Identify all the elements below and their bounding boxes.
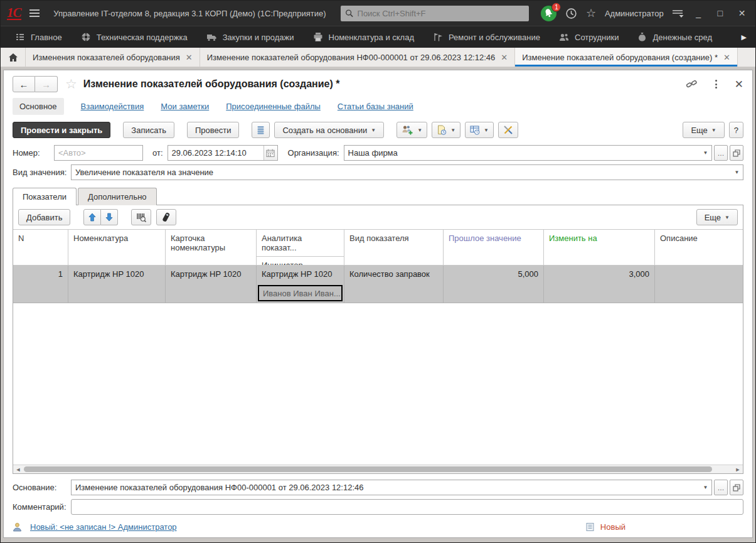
tab-close-icon[interactable]: ✕ (186, 53, 193, 62)
minimize-button[interactable]: _ (691, 5, 706, 21)
col-n[interactable]: N (13, 230, 68, 265)
tools-button[interactable] (498, 122, 518, 138)
cell-analytics-initiator[interactable]: Картридж HP 1020 Иванов Иван Иван... (257, 266, 344, 303)
forward-button[interactable]: → (35, 76, 58, 92)
close-form-icon[interactable]: ✕ (735, 78, 743, 91)
form-toolbar: Провести и закрыть Записать Провести Соз… (4, 121, 752, 143)
global-search[interactable] (341, 6, 529, 21)
nav-attached-files[interactable]: Присоединенные файлы (226, 102, 321, 111)
maximize-button[interactable]: □ (713, 5, 727, 21)
table-more-button[interactable]: Еще ▼ (696, 209, 738, 225)
scroll-right-icon[interactable]: ► (733, 466, 743, 473)
back-button[interactable]: ← (13, 76, 35, 92)
nav-my-notes[interactable]: Мои заметки (161, 102, 209, 111)
service-menu-icon[interactable] (671, 5, 684, 21)
favorite-star-icon[interactable]: ☆ (65, 77, 77, 92)
section-employees[interactable]: Сотрудники (550, 26, 628, 48)
document-tasks-button[interactable]: ▼ (432, 122, 461, 138)
comment-label: Комментарий: (13, 502, 71, 512)
cell-card[interactable]: Картридж HP 1020 (166, 266, 257, 303)
search-input[interactable] (358, 9, 525, 18)
section-money[interactable]: Денежные сред (628, 26, 721, 48)
notifications-button[interactable]: 1 (540, 5, 557, 22)
table-row[interactable]: 1 Картридж HP 1020 Картридж HP 1020 Карт… (13, 266, 743, 303)
nav-kb-articles[interactable]: Статьи базы знаний (338, 102, 413, 111)
save-button[interactable]: Записать (123, 122, 174, 138)
col-indicator-kind[interactable]: Вид показателя (344, 230, 444, 265)
cell-nomenclature[interactable]: Картридж HP 1020 (68, 266, 166, 303)
tab-close-icon[interactable]: ✕ (723, 53, 730, 62)
basis-open-button[interactable] (730, 480, 743, 495)
section-repair-service[interactable]: Ремонт и обслуживание (423, 26, 550, 48)
move-down-button[interactable] (101, 209, 118, 225)
tab-close-icon[interactable]: ✕ (501, 53, 508, 62)
assign-responsible-button[interactable]: ▼ (397, 122, 427, 138)
dropdown-icon[interactable]: ▼ (731, 169, 743, 175)
link-icon[interactable] (686, 78, 698, 90)
more-actions-icon[interactable] (715, 80, 717, 89)
cell-change-to[interactable]: 3,000 (544, 266, 655, 303)
tab-indicators[interactable]: Показатели (13, 188, 77, 205)
tab-document-new[interactable]: Изменение показателей оборудования (созд… (515, 48, 738, 67)
value-kind-input[interactable] (72, 168, 731, 177)
reports-button[interactable]: ▼ (465, 122, 494, 138)
basis-input[interactable] (72, 483, 700, 492)
tab-document-list[interactable]: Изменения показателей оборудования ✕ (26, 48, 200, 67)
cell-n[interactable]: 1 (13, 266, 68, 303)
main-menu-icon[interactable] (29, 5, 41, 21)
dropdown-icon[interactable]: ▼ (700, 485, 711, 490)
cell-description[interactable] (655, 266, 743, 303)
horizontal-scrollbar[interactable]: ◄ ► (13, 465, 743, 473)
number-input[interactable] (55, 148, 142, 158)
dropdown-icon[interactable]: ▼ (700, 150, 711, 156)
organization-input[interactable] (344, 148, 700, 158)
basis-choose-button[interactable]: … (714, 480, 728, 495)
cell-indicator-kind[interactable]: Количество заправок (344, 266, 444, 303)
scrollbar-track[interactable] (23, 465, 733, 473)
document-state-link[interactable]: Новый: <не записан !> Администратор (30, 522, 177, 532)
col-change-to[interactable]: Изменить на (544, 230, 655, 265)
sections-overflow-arrow[interactable]: ▶ (738, 33, 750, 41)
organization-choose-button[interactable]: … (714, 145, 728, 161)
calendar-button[interactable] (264, 146, 277, 160)
comment-input[interactable] (72, 502, 743, 512)
nav-main[interactable]: Основное (13, 98, 64, 115)
col-card[interactable]: Карточка номенклатуры (166, 230, 257, 265)
help-button[interactable]: ? (729, 122, 743, 138)
home-tab[interactable] (1, 48, 26, 67)
notification-badge: 1 (551, 3, 561, 12)
create-based-on-button[interactable]: Создать на основании ▼ (274, 122, 384, 138)
date-input[interactable] (168, 148, 264, 158)
document-movements-button[interactable] (252, 122, 270, 138)
close-window-button[interactable]: ✕ (735, 5, 749, 21)
col-initiator[interactable]: Инициатор измене... (257, 257, 344, 265)
scroll-left-icon[interactable]: ◄ (13, 466, 23, 473)
cell-analytics[interactable]: Картридж HP 1020 (257, 266, 344, 284)
barcode-search-button[interactable] (131, 209, 151, 225)
tab-additional[interactable]: Дополнительно (78, 188, 157, 205)
nav-interactions[interactable]: Взаимодействия (81, 102, 144, 111)
tab-document-saved[interactable]: Изменение показателей оборудования НФ00-… (200, 48, 515, 67)
post-and-close-button[interactable]: Провести и закрыть (13, 122, 110, 138)
more-button[interactable]: Еще ▼ (683, 122, 724, 138)
history-icon[interactable] (565, 5, 577, 21)
post-button[interactable]: Провести (187, 122, 240, 138)
col-nomenclature[interactable]: Номенклатура (68, 230, 166, 265)
col-analytics-initiator[interactable]: Аналитика показат... Инициатор измене... (257, 230, 344, 265)
scrollbar-thumb[interactable] (24, 466, 712, 472)
section-tech-support[interactable]: Техническая поддержка (72, 26, 197, 48)
cell-previous-value[interactable]: 5,000 (444, 266, 544, 303)
scanner-button[interactable] (156, 209, 176, 225)
section-nomenclature-warehouse[interactable]: Номенклатура и склад (304, 26, 423, 48)
col-description[interactable]: Описание (655, 230, 743, 265)
scanner-icon (161, 212, 171, 222)
favorites-icon[interactable]: ☆ (585, 5, 597, 21)
add-row-button[interactable]: Добавить (18, 209, 70, 225)
cell-initiator-focused[interactable]: Иванов Иван Иван... (258, 285, 343, 301)
move-up-button[interactable] (83, 209, 101, 225)
organization-open-button[interactable] (730, 145, 743, 161)
col-previous-value[interactable]: Прошлое значение (444, 230, 544, 265)
section-main[interactable]: Главное (6, 26, 72, 48)
section-purchases-sales[interactable]: Закупки и продажи (197, 26, 304, 48)
col-analytics[interactable]: Аналитика показат... (257, 230, 344, 257)
